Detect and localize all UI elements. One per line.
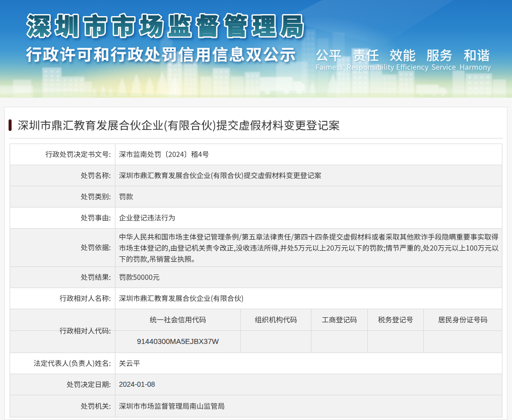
svg-text:2024-01-08: 2024-01-08 (119, 380, 155, 388)
svg-text:91440300MA5EJBX37W: 91440300MA5EJBX37W (137, 337, 219, 345)
